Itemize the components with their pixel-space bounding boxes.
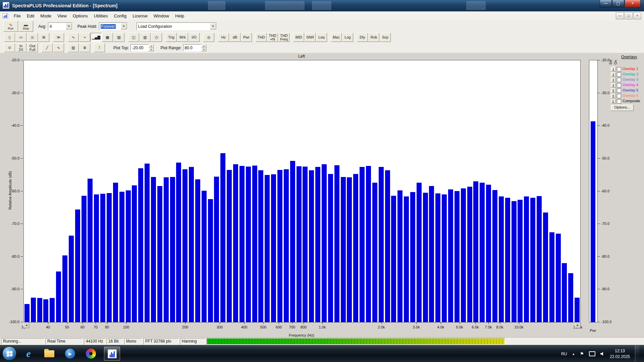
menu-item-help[interactable]: Help — [172, 12, 187, 20]
zoom-in-2x-button[interactable]: In 2X — [15, 43, 26, 52]
taskbar-spectraplus-button[interactable] — [104, 347, 120, 361]
overlay-set-button-3[interactable]: 3 — [611, 77, 616, 82]
mdi-close-button[interactable]: × — [633, 12, 641, 19]
open-file-button[interactable]: ▭ — [15, 33, 26, 42]
print-button[interactable]: ⊞ — [38, 33, 49, 42]
taskbar-ie-button[interactable]: e — [21, 347, 36, 360]
close-button[interactable]: × — [625, 0, 641, 8]
volume-icon[interactable] — [600, 352, 605, 356]
zoom-button[interactable]: ⊙ — [4, 43, 15, 52]
pwr-tick-label: -40.0 — [601, 123, 616, 127]
language-indicator[interactable]: RU — [561, 352, 567, 356]
menu-item-license[interactable]: License — [129, 12, 151, 20]
taskbar-paint-button[interactable] — [83, 347, 99, 360]
overlay-checkbox-5[interactable] — [617, 88, 621, 93]
overlay-set-button-1[interactable]: 1 — [611, 67, 616, 72]
thd-n-button[interactable]: THD +N — [267, 33, 278, 42]
mdi-restore-button[interactable]: ▢ — [625, 12, 633, 19]
overlay-set-button-2[interactable]: 2 — [611, 72, 616, 77]
overlay-set-button-C[interactable]: C — [611, 99, 616, 104]
action-center-icon[interactable]: ⚑ — [580, 351, 584, 356]
caliper-button[interactable]: ⊺ — [94, 43, 105, 52]
menu-item-config[interactable]: Config — [111, 12, 130, 20]
save-file-button[interactable]: ▣ — [27, 33, 38, 42]
time-series-button[interactable]: ∿ — [68, 33, 79, 42]
pwr-button[interactable]: Pwr — [241, 33, 252, 42]
peak-hold-select[interactable]: Forever ▼ — [99, 22, 128, 30]
fast-forward-button[interactable]: ≫ — [53, 33, 64, 42]
overlay-checkbox-C[interactable] — [617, 99, 621, 104]
signal-generator-button[interactable]: ◎ — [203, 33, 214, 42]
surface-3d-button[interactable]: ▨ — [113, 33, 124, 42]
taskbar-media-player-button[interactable]: ▶ — [62, 347, 78, 360]
mdi-minimize-button[interactable]: — — [616, 12, 624, 19]
mdi-child-icon[interactable] — [3, 13, 8, 19]
marker-button[interactable]: Mrk — [177, 33, 188, 42]
overlay-checkbox-3[interactable] — [617, 78, 621, 82]
db-button[interactable]: dB — [229, 33, 240, 42]
overlay-checkbox-4[interactable] — [617, 83, 621, 87]
overlay-checkbox-6[interactable] — [617, 94, 621, 98]
plot-top-input[interactable] — [130, 44, 149, 51]
menu-item-options[interactable]: Options — [70, 12, 91, 20]
menu-item-edit[interactable]: Edit — [24, 12, 37, 20]
imd-button[interactable]: IMD — [293, 33, 304, 42]
menu-item-window[interactable]: Window — [151, 12, 172, 20]
snr-button[interactable]: SNR — [305, 33, 316, 42]
new-file-button[interactable]: ▯ — [4, 33, 15, 42]
plot-range-input[interactable] — [183, 44, 201, 51]
tray-expand-icon[interactable]: ▲ — [572, 352, 575, 356]
minimize-button[interactable]: — — [600, 0, 612, 8]
chevron-down-icon[interactable]: ▼ — [121, 23, 127, 29]
taskbar-clock[interactable]: 12:13 22.02.2025 — [610, 348, 630, 359]
zoom-out-full-button[interactable]: Out Full — [27, 43, 38, 52]
overlays-options-button[interactable]: Options... — [611, 105, 634, 111]
maximize-button[interactable]: ▢ — [612, 0, 624, 8]
menu-item-mode[interactable]: Mode — [37, 12, 54, 20]
scope-button[interactable]: Scp — [380, 33, 391, 42]
waveform-button[interactable]: ≈ — [79, 33, 90, 42]
menu-item-file[interactable]: File — [11, 12, 24, 20]
thd-freq-button[interactable]: THD Freq — [278, 33, 289, 42]
show-desktop-button[interactable] — [635, 345, 639, 362]
avg-select[interactable]: 4 ▼ — [48, 22, 73, 30]
spin-down-icon[interactable]: ▼ — [149, 48, 154, 52]
scroll-right-button[interactable]: ► — [575, 322, 581, 328]
phase-button[interactable]: ◷ — [151, 33, 162, 42]
spectrogram-button[interactable]: ▦ — [102, 33, 113, 42]
spin-up-icon[interactable]: ▲ — [201, 44, 206, 48]
reverb-button[interactable]: Rvb — [368, 33, 379, 42]
annotate-button[interactable]: ╱ — [42, 43, 53, 52]
chevron-down-icon[interactable]: ▼ — [66, 23, 72, 29]
overlay-set-button-4[interactable]: 4 — [611, 83, 616, 88]
menu-item-utilities[interactable]: Utilities — [91, 12, 111, 20]
overlay-checkbox-1[interactable] — [617, 67, 621, 71]
start-button[interactable] — [3, 347, 16, 360]
chevron-down-icon[interactable]: ▼ — [210, 23, 216, 29]
io-button[interactable]: I/O — [189, 33, 200, 42]
run-button[interactable]: ∿ Run — [3, 21, 18, 32]
scroll-left-button[interactable]: ◄ — [23, 322, 29, 328]
level-meter-button[interactable]: ▥ — [140, 33, 151, 42]
delay-button[interactable]: Dly — [357, 33, 368, 42]
stop-button[interactable]: ▬ Stop — [18, 21, 33, 32]
overlay-checkbox-2[interactable] — [617, 72, 621, 77]
smooth-button[interactable]: ∿ — [53, 43, 64, 52]
menu-item-view[interactable]: View — [54, 12, 70, 20]
thd-button[interactable]: THD — [256, 33, 267, 42]
macro-button[interactable]: Mac — [331, 33, 342, 42]
network-icon[interactable] — [589, 351, 595, 356]
leq-button[interactable]: Leq — [316, 33, 327, 42]
taskbar-explorer-button[interactable] — [42, 347, 57, 360]
spin-down-icon[interactable]: ▼ — [201, 48, 206, 52]
spin-up-icon[interactable]: ▲ — [149, 44, 154, 48]
spectrum-view-button[interactable]: ▁▄▇ — [91, 33, 102, 42]
dual-display-button[interactable]: ◫ — [128, 33, 139, 42]
histogram-button[interactable]: ▥ — [68, 43, 79, 52]
hz-button[interactable]: Hz — [218, 33, 229, 42]
log-button[interactable]: Log — [342, 33, 353, 42]
load-configuration-select[interactable]: Load Configuration ▼ — [137, 22, 217, 30]
spectrum-plot[interactable] — [23, 60, 581, 322]
list-button[interactable]: ≣ — [79, 43, 90, 52]
trigger-button[interactable]: Trig — [166, 33, 177, 42]
